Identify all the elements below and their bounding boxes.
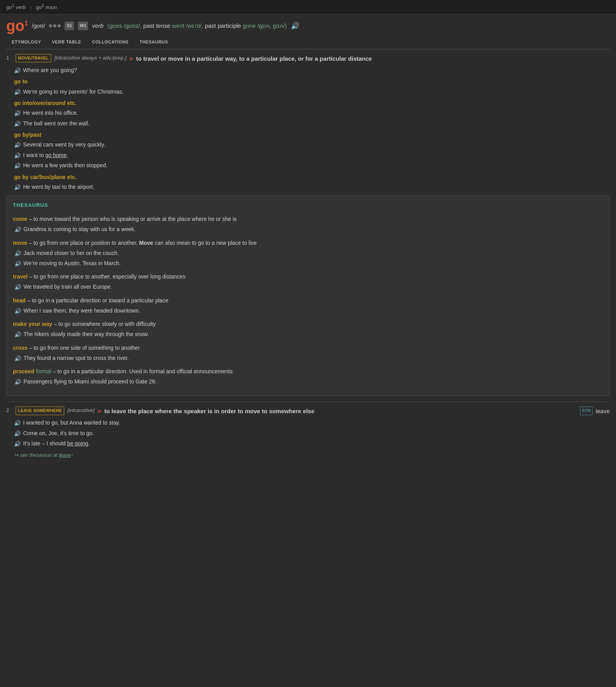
speaker-small-icon[interactable]: 🔊: [14, 259, 21, 268]
thesaurus-def: – to go in a particular direction. Used …: [53, 368, 233, 374]
example-text: He went a few yards then stopped.: [23, 161, 108, 170]
past-participle-label: past participle: [205, 22, 243, 29]
thesaurus-example: 🔊 Passengers flying to Miami should proc…: [14, 377, 603, 386]
phonetic: /goʊ/: [32, 21, 45, 31]
speaker-small-icon[interactable]: 🔊: [14, 249, 21, 258]
thesaurus-example: 🔊 Grandma is coming to stay with us for …: [14, 225, 603, 234]
example-text: The ball went over the wall.: [23, 119, 90, 128]
top-bar: go1 verb | go2 noun: [0, 0, 616, 14]
thesaurus-entry-cross: cross – to go from one side of something…: [13, 343, 603, 363]
speaker-small-icon[interactable]: 🔊: [14, 119, 21, 128]
thesaurus-entry-header: head – to go in a particular direction o…: [13, 296, 603, 305]
sublabel-go-into: go into/over/around etc.: [14, 99, 610, 107]
thesaurus-word[interactable]: head: [13, 297, 26, 304]
sense-2-header: 2 LEAVE SOMEWHERE [intransitive] > to le…: [6, 407, 610, 416]
word-header: go1 /goʊ/ S1 W1 verb (goes /goʊz/, past …: [0, 14, 616, 49]
example-row: 🔊 I wanted to go, but Anna wanted to sta…: [14, 418, 610, 427]
speaker-small-icon[interactable]: 🔊: [14, 330, 21, 339]
speaker-small-icon[interactable]: 🔊: [14, 183, 21, 192]
see-thesaurus-row: ↪ see thesaurus at leave↑: [14, 450, 610, 459]
thesaurus-def: – to go from one side of something to an…: [29, 345, 140, 351]
example-text: They found a narrow spot to cross the ri…: [23, 354, 129, 362]
tab-etymology[interactable]: ETYMOLOGY: [6, 36, 47, 49]
speaker-small-icon[interactable]: 🔊: [14, 88, 21, 96]
thesaurus-def: – to go somewhere slowly or with difficu…: [54, 321, 156, 327]
example-text: We traveled by train all over Europe.: [23, 282, 112, 291]
speaker-small-icon[interactable]: 🔊: [14, 439, 21, 448]
be-going-link[interactable]: be going: [67, 440, 88, 447]
thesaurus-example: 🔊 We traveled by train all over Europe.: [14, 282, 603, 291]
thesaurus-example: 🔊 The hikers slowly made their way throu…: [14, 330, 603, 339]
thesaurus-def: – to move toward the person who is speak…: [29, 216, 237, 222]
thesaurus-entry-header: cross – to go from one side of something…: [13, 343, 603, 353]
leave-link[interactable]: leave: [59, 452, 71, 458]
sense-2-num: 2: [6, 407, 13, 415]
speaker-small-icon[interactable]: 🔊: [14, 307, 21, 315]
goes-word: goes: [110, 22, 122, 29]
sense-1-header: 1 MOVE/TRAVEL [intransitive always + adv…: [6, 54, 610, 63]
sublabel-go-to: go to: [14, 77, 610, 86]
thesaurus-def: – to go from one place or position to an…: [29, 240, 257, 246]
sense-1-num: 1: [6, 54, 13, 62]
thesaurus-entry-header: proceed formal – to go in a particular d…: [13, 367, 603, 376]
speaker-small-icon[interactable]: 🔊: [14, 151, 21, 160]
example-row: 🔊 We’re going to my parents’ for Christm…: [14, 87, 610, 96]
example-text: Several cars went by very quickly.: [23, 140, 105, 149]
speaker-icon[interactable]: 🔊: [291, 20, 299, 32]
formal-label: formal: [36, 368, 51, 374]
thesaurus-entry-make-your-way: make your way – to go somewhere slowly o…: [13, 319, 603, 339]
speaker-small-icon[interactable]: 🔊: [14, 419, 21, 427]
sublabel-go-by-past: go by/past: [14, 130, 610, 139]
speaker-small-icon[interactable]: 🔊: [14, 109, 21, 118]
dot3: [58, 24, 61, 27]
example-text: Passengers flying to Miami should procee…: [23, 377, 157, 386]
syn-badge: SYN: [580, 407, 593, 415]
thesaurus-word[interactable]: come: [13, 216, 27, 222]
thesaurus-word[interactable]: make your way: [13, 321, 52, 327]
sense-1-tag: MOVE/TRAVEL: [16, 54, 51, 63]
example-row: 🔊 Several cars went by very quickly.: [14, 140, 610, 149]
w1-badge: W1: [78, 22, 88, 30]
tab-verb-table[interactable]: VERB TABLE: [47, 36, 86, 49]
frequency-dots: [49, 24, 61, 27]
dot2: [53, 24, 56, 27]
thesaurus-entry-proceed: proceed formal – to go in a particular d…: [13, 367, 603, 386]
main-content: 1 MOVE/TRAVEL [intransitive always + adv…: [0, 49, 616, 464]
sense-2-tag: LEAVE SOMEWHERE: [16, 407, 64, 415]
see-thesaurus-text: ↪ see thesaurus at leave↑: [14, 452, 74, 458]
go-home-link[interactable]: go home: [45, 152, 67, 158]
tab-collocations[interactable]: COLLOCATIONS: [86, 36, 134, 49]
speaker-small-icon[interactable]: 🔊: [14, 66, 21, 75]
sense-1-arrow: >: [130, 54, 133, 63]
speaker-small-icon[interactable]: 🔊: [14, 354, 21, 363]
thesaurus-word[interactable]: move: [13, 240, 27, 246]
speaker-small-icon[interactable]: 🔊: [14, 283, 21, 291]
speaker-small-icon[interactable]: 🔊: [14, 161, 21, 170]
tab-thesaurus[interactable]: THESAURUS: [134, 36, 173, 49]
thesaurus-entry-come: come – to move toward the person who is …: [13, 214, 603, 234]
thesaurus-word[interactable]: cross: [13, 345, 27, 351]
example-text: He went into his office.: [23, 108, 78, 117]
sense-1-grammar: [intransitive always + adv./prep.]: [54, 54, 126, 62]
sense-1-block: 1 MOVE/TRAVEL [intransitive always + adv…: [6, 54, 610, 192]
thesaurus-entry-header: travel – to go from one place to another…: [13, 272, 603, 281]
thesaurus-word[interactable]: proceed: [13, 368, 34, 374]
example-row: 🔊 It’s late – I should be going.: [14, 439, 610, 448]
thesaurus-example: 🔊 We’re moving to Austin, Texas in March…: [14, 259, 603, 268]
sense-2-grammar: [intransitive]: [67, 407, 94, 415]
thesaurus-entry-header: make your way – to go somewhere slowly o…: [13, 319, 603, 329]
go2-ref: go2 noun: [36, 4, 57, 10]
speaker-small-icon[interactable]: 🔊: [14, 225, 21, 234]
example-row: 🔊 I want to go home.: [14, 151, 610, 160]
example-row: 🔊 The ball went over the wall.: [14, 119, 610, 128]
speaker-small-icon[interactable]: 🔊: [14, 429, 21, 438]
example-text: When I saw them, they were headed downto…: [23, 306, 140, 315]
thesaurus-entry-travel: travel – to go from one place to another…: [13, 272, 603, 291]
go1-ref: go1 verb: [6, 4, 27, 10]
s1-badge: S1: [65, 22, 74, 30]
thesaurus-word[interactable]: travel: [13, 273, 27, 280]
speaker-small-icon[interactable]: 🔊: [14, 141, 21, 149]
speaker-small-icon[interactable]: 🔊: [14, 378, 21, 386]
example-row: 🔊 He went by taxi to the airport.: [14, 183, 610, 192]
sense-2-arrow: >: [98, 407, 101, 416]
